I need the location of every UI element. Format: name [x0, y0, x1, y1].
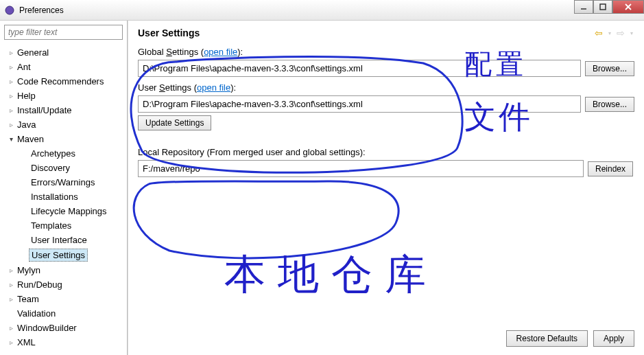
sidebar: GeneralAntCode RecommendersHelpInstall/U… — [0, 21, 128, 355]
tree-item-ant[interactable]: Ant — [0, 60, 127, 74]
open-file-link-user[interactable]: open file — [197, 82, 230, 93]
app-icon — [4, 5, 15, 16]
tree-item-label: WindowBuilder — [15, 322, 79, 334]
tree-item-label: Discovery — [29, 162, 72, 174]
close-button[interactable] — [612, 0, 644, 14]
tree-item-label: Help — [15, 90, 38, 102]
tree-item-label: Lifecycle Mappings — [29, 205, 109, 217]
tree-arrow-icon — [7, 106, 15, 114]
local-repo-input[interactable] — [138, 160, 584, 177]
annotation-circle-bottom — [121, 179, 547, 268]
tree-item-label: Installations — [29, 191, 80, 203]
tree-item-mylyn[interactable]: Mylyn — [0, 263, 127, 277]
tree-item-templates[interactable]: Templates — [0, 218, 127, 233]
tree-item-general[interactable]: General — [0, 45, 127, 60]
tree-item-label: Install/Update — [15, 104, 74, 116]
tree-item-windowbuilder[interactable]: WindowBuilder — [0, 321, 127, 335]
tree-item-label: General — [15, 47, 51, 58]
titlebar: Preferences — [0, 0, 644, 21]
user-settings-input[interactable] — [138, 95, 581, 113]
tree-item-user-interface[interactable]: User Interface — [0, 233, 127, 247]
maximize-button[interactable] — [593, 0, 612, 14]
tree-arrow-icon — [7, 92, 15, 100]
page-title: User Settings — [138, 27, 593, 38]
window-title: Preferences — [19, 5, 64, 15]
tree-arrow-icon — [7, 121, 15, 128]
annotation-text-local-repo: 本地仓库 — [224, 247, 438, 303]
tree-item-label: Archetypes — [29, 148, 77, 159]
browse-global-button[interactable]: Browse... — [585, 61, 634, 76]
tree-item-java[interactable]: Java — [0, 117, 127, 132]
local-repo-label: Local Repository (From merged user and g… — [138, 147, 634, 157]
apply-button[interactable]: Apply — [593, 330, 634, 347]
tree-item-label: Code Recommenders — [15, 76, 106, 87]
filter-input[interactable] — [4, 25, 123, 40]
tree-item-label: Team — [15, 293, 41, 305]
tree-item-label: User Interface — [29, 234, 89, 246]
tree-item-team[interactable]: Team — [0, 292, 127, 306]
tree-arrow-icon — [7, 281, 15, 288]
tree-item-code-recommenders[interactable]: Code Recommenders — [0, 74, 127, 89]
tree-item-label: XML — [15, 336, 38, 348]
nav-arrows: ⇦ ▾ ⇨ ▾ — [593, 27, 634, 38]
svg-rect-2 — [600, 4, 606, 10]
main-panel: User Settings ⇦ ▾ ⇨ ▾ Global Settings (o… — [128, 21, 644, 355]
tree-arrow-icon — [7, 295, 15, 303]
tree-item-errors-warnings[interactable]: Errors/Warnings — [0, 175, 127, 190]
browse-user-button[interactable]: Browse... — [585, 97, 634, 112]
tree-item-label: Mylyn — [15, 264, 43, 276]
tree-item-lifecycle-mappings[interactable]: Lifecycle Mappings — [0, 204, 127, 218]
tree-item-label: Java — [15, 119, 38, 130]
svg-point-0 — [5, 6, 14, 14]
tree-arrow-icon — [7, 339, 15, 346]
tree-item-label: Maven — [15, 133, 46, 145]
tree-item-validation[interactable]: Validation — [0, 306, 127, 321]
tree-item-label: Errors/Warnings — [29, 176, 97, 188]
tree-item-archetypes[interactable]: Archetypes — [0, 146, 127, 161]
tree-arrow-icon — [7, 49, 15, 56]
tree-arrow-icon — [7, 324, 15, 332]
preference-tree[interactable]: GeneralAntCode RecommendersHelpInstall/U… — [0, 44, 127, 355]
tree-item-discovery[interactable]: Discovery — [0, 161, 127, 175]
tree-item-label: Validation — [15, 308, 58, 319]
forward-icon[interactable]: ⇨ — [615, 27, 626, 38]
tree-item-label: Templates — [29, 220, 73, 231]
back-icon[interactable]: ⇦ — [593, 27, 604, 38]
tree-arrow-icon — [7, 63, 15, 71]
reindex-button[interactable]: Reindex — [588, 161, 633, 176]
tree-item-installations[interactable]: Installations — [0, 190, 127, 204]
tree-arrow-icon — [7, 78, 15, 85]
global-settings-label: Global Settings (open file): — [138, 47, 634, 57]
tree-arrow-icon — [7, 135, 15, 143]
tree-item-label: Run/Debug — [15, 279, 64, 290]
open-file-link-global[interactable]: open file — [204, 47, 237, 57]
forward-menu-icon[interactable]: ▾ — [629, 30, 634, 36]
user-settings-label: User Settings (open file): — [138, 82, 634, 93]
tree-item-help[interactable]: Help — [0, 89, 127, 103]
tree-item-label: Ant — [15, 61, 33, 73]
back-menu-icon[interactable]: ▾ — [607, 30, 612, 36]
tree-arrow-icon — [7, 266, 15, 274]
tree-item-user-settings[interactable]: User Settings — [0, 247, 127, 263]
tree-item-xml[interactable]: XML — [0, 335, 127, 350]
tree-item-label: User Settings — [29, 249, 88, 262]
update-settings-button[interactable]: Update Settings — [138, 115, 211, 130]
tree-item-run-debug[interactable]: Run/Debug — [0, 277, 127, 292]
global-settings-input[interactable] — [138, 60, 581, 77]
tree-item-install-update[interactable]: Install/Update — [0, 103, 127, 117]
restore-defaults-button[interactable]: Restore Defaults — [506, 330, 588, 347]
tree-item-maven[interactable]: Maven — [0, 132, 127, 146]
minimize-button[interactable] — [574, 0, 593, 14]
